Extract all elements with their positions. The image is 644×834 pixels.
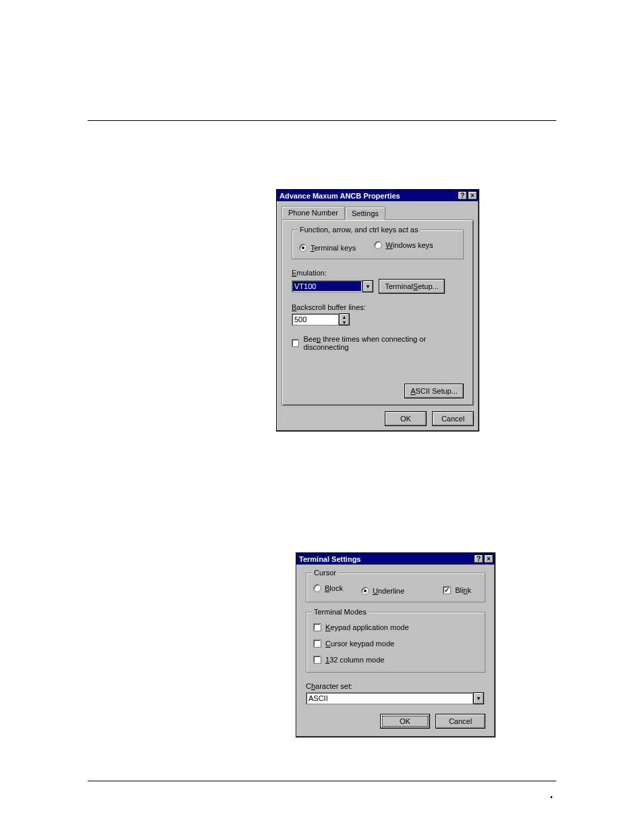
checkbox-icon [313,656,321,664]
radio-block[interactable]: Block [313,584,343,592]
radio-windows-label: Windows keys [385,241,433,249]
checkbox-icon [313,623,321,631]
emulation-value: VT100 [292,280,363,292]
radio-underline[interactable]: Underline [361,587,404,595]
charset-label: Character set: [306,682,485,690]
cursor-keypad-checkbox[interactable]: Cursor keypad mode [313,640,394,648]
window-title: Advance Maxum ANCB Properties [278,192,457,200]
keypad-app-label: Keypad application mode [325,623,409,631]
spinner-arrows-icon[interactable]: ▲▼ [339,313,350,325]
backscroll-label: Backscroll buffer lines: [292,303,464,311]
cursor-group-legend: Cursor [312,569,338,577]
col132-checkbox[interactable]: 132 column mode [313,656,384,664]
close-icon[interactable]: × [484,554,493,563]
charset-combo[interactable]: ASCII ▼ [306,692,484,704]
checkbox-icon [292,339,299,347]
terminal-settings-dialog: Terminal Settings ? × Cursor Block Under… [296,552,495,737]
backscroll-value: 500 [292,313,339,325]
checkbox-icon [443,586,451,594]
tab-phone-number[interactable]: Phone Number [281,206,345,219]
col132-label: 132 column mode [325,656,384,664]
cancel-button[interactable]: Cancel [435,714,485,729]
help-icon[interactable]: ? [474,554,483,563]
keys-groupbox: Function, arrow, and ctrl keys act as Te… [292,230,464,259]
radio-icon [361,587,369,595]
tab-settings[interactable]: Settings [345,207,385,220]
backscroll-spinner[interactable]: 500 ▲▼ [292,313,350,325]
page-bullet: • [550,793,553,801]
emulation-label: Emulation: [292,269,464,277]
cancel-button[interactable]: Cancel [432,411,474,426]
close-icon[interactable]: × [468,191,477,200]
terminal-modes-groupbox: Terminal Modes Keypad application mode C… [306,612,485,673]
radio-underline-label: Underline [373,587,404,595]
radio-block-label: Block [325,584,343,592]
beep-label: Beep three times when connecting or disc… [303,335,464,351]
radio-icon [374,241,382,249]
properties-dialog: Advance Maxum ANCB Properties ? × Phone … [276,189,479,432]
keys-group-legend: Function, arrow, and ctrl keys act as [298,226,420,234]
titlebar[interactable]: Advance Maxum ANCB Properties ? × [277,190,479,201]
chevron-down-icon[interactable]: ▼ [363,280,373,292]
ok-button[interactable]: OK [380,714,430,729]
radio-icon [313,584,321,592]
chevron-down-icon[interactable]: ▼ [473,692,484,704]
radio-terminal-keys[interactable]: Terminal keys [299,244,356,252]
terminal-setup-button[interactable]: Terminal Setup... [379,279,445,294]
blink-label: Blink [455,586,471,594]
keypad-app-checkbox[interactable]: Keypad application mode [313,623,409,631]
radio-terminal-label: Terminal keys [311,244,356,252]
cursor-groupbox: Cursor Block Underline Blink [306,573,485,602]
titlebar[interactable]: Terminal Settings ? × [296,553,495,565]
help-icon[interactable]: ? [458,191,467,200]
charset-value: ASCII [306,692,473,704]
modes-group-legend: Terminal Modes [312,608,369,616]
emulation-combo[interactable]: VT100 ▼ [292,280,373,292]
radio-icon [299,244,307,252]
blink-checkbox[interactable]: Blink [443,586,471,594]
ascii-setup-button[interactable]: ASCII Setup... [404,384,464,398]
beep-checkbox[interactable]: Beep three times when connecting or disc… [292,335,464,351]
window-title: Terminal Settings [298,555,473,563]
settings-panel: Function, arrow, and ctrl keys act as Te… [281,219,474,406]
cursor-keypad-label: Cursor keypad mode [325,640,394,648]
checkbox-icon [313,640,321,648]
ok-button[interactable]: OK [385,411,427,426]
radio-windows-keys[interactable]: Windows keys [374,241,433,249]
